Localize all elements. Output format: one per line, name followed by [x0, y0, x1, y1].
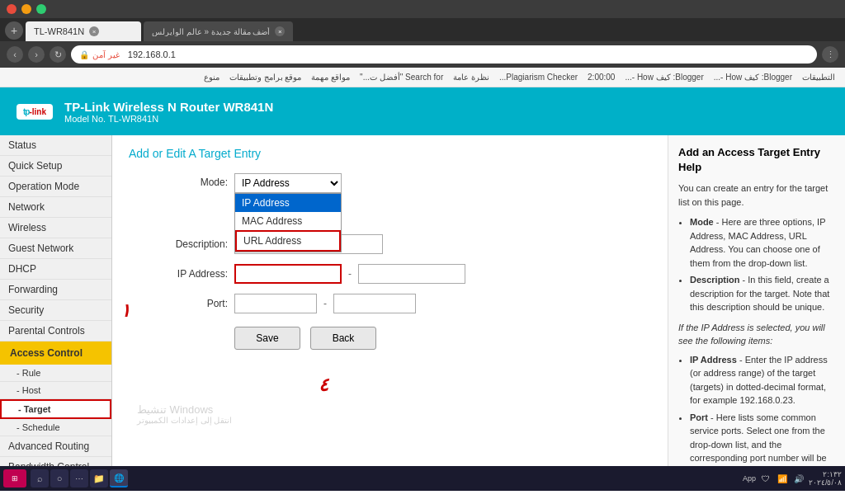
bookmark-search[interactable]: Search for "أفضل ت..." — [356, 71, 446, 83]
taskbar: ⊞ ⌕ ○ ⋯ 📁 🌐 ٢:١٣٢ ٢٠٢٤/٥/٠٨ 🔊 📶 🛡 App — [0, 466, 845, 491]
sidebar-item-status[interactable]: Status — [0, 135, 111, 156]
tab-router-label: TL-WR841N — [34, 26, 84, 36]
address-bar: ‹ › ↻ 🔒 غير آمن 192.168.0.1 ⋮ — [0, 41, 845, 68]
bookmarks-bar: التطبيقات Blogger: كيف How -... Blogger:… — [0, 68, 845, 87]
description-label: Description: — [129, 238, 228, 250]
taskbar-app-label: App — [743, 474, 756, 483]
help-port: Port - Here lists some common service po… — [690, 411, 835, 466]
mode-select[interactable]: IP Address MAC Address URL Address — [234, 173, 342, 193]
router-logo: tp -link — [17, 104, 53, 120]
address-input[interactable]: 🔒 غير آمن 192.168.0.1 — [71, 45, 817, 64]
lock-label: غير آمن — [92, 50, 120, 59]
sidebar-item-bandwidth-control[interactable]: Bandwidth Control — [0, 457, 111, 466]
taskbar-icon-cortana[interactable]: ○ — [50, 469, 68, 488]
port-label: Port: — [129, 298, 228, 309]
windows-watermark: تنشيط Windows انتقل إلى إعدادات الكمبيوت… — [137, 403, 232, 425]
save-button[interactable]: Save — [234, 327, 300, 350]
router-header: tp -link TP-Link Wireless N Router WR841… — [0, 87, 845, 135]
start-btn[interactable]: ⊞ — [3, 469, 26, 488]
back-button[interactable]: Back — [310, 327, 376, 350]
back-btn[interactable]: ‹ — [7, 46, 23, 63]
sidebar-item-dhcp[interactable]: DHCP — [0, 259, 111, 280]
sidebar-item-network[interactable]: Network — [0, 197, 111, 218]
router-body: Status Quick Setup Operation Mode Networ… — [0, 135, 845, 466]
router-title-block: TP-Link Wireless N Router WR841N Model N… — [64, 100, 273, 124]
bookmark-software[interactable]: موقع برامج وتطبيقات — [226, 71, 305, 83]
browser-tabs-bar: + TL-WR841N × أضف مقالة جديدة « عالم الو… — [0, 18, 845, 41]
sidebar-item-operation-mode[interactable]: Operation Mode — [0, 177, 111, 197]
ip-dash: - — [348, 268, 352, 280]
taskbar-date: ٢٠٢٤/٥/٠٨ — [809, 478, 842, 487]
main-content: ١ Add or Edit A Target Entry ٣ Mode: IP … — [112, 135, 668, 466]
dropdown-open: IP Address MAC Address URL Address — [234, 193, 342, 252]
taskbar-icon-apps[interactable]: ⋯ — [70, 469, 88, 488]
router-subtitle: Model No. TL-WR841N — [64, 114, 273, 124]
help-item-mode: Mode - Here are three options, IP Addres… — [690, 215, 835, 270]
tab-router-close[interactable]: × — [89, 26, 99, 36]
sidebar-item-forwarding[interactable]: Forwarding — [0, 280, 111, 300]
sidebar-item-access-control[interactable]: Access Control — [0, 341, 111, 365]
sidebar-item-security[interactable]: Security — [0, 300, 111, 321]
sidebar-item-schedule[interactable]: - Schedule — [0, 419, 111, 436]
form-row-ip: IP Address: - — [129, 264, 651, 284]
sidebar-item-quick-setup[interactable]: Quick Setup — [0, 156, 111, 177]
win-btn-green[interactable] — [36, 4, 46, 14]
form-buttons: Save Back — [234, 327, 651, 350]
bookmark-blogger1[interactable]: Blogger: كيف How -... — [710, 71, 795, 83]
router-title: TP-Link Wireless N Router WR841N — [64, 100, 273, 114]
taskbar-time: ٢:١٣٢ — [809, 470, 842, 478]
help-ip-address: IP Address - Enter the IP address (or ad… — [690, 353, 835, 407]
router-ui: tp -link TP-Link Wireless N Router WR841… — [0, 87, 845, 466]
form-row-description: Description: — [129, 234, 651, 254]
taskbar-icon-explorer[interactable]: 📁 — [90, 469, 108, 488]
sidebar-item-guest-network[interactable]: Guest Network — [0, 238, 111, 259]
dropdown-option-url[interactable]: URL Address — [235, 230, 341, 252]
port-input-start[interactable] — [234, 294, 317, 313]
sidebar-item-wireless[interactable]: Wireless — [0, 218, 111, 238]
taskbar-icon-search[interactable]: ⌕ — [31, 469, 49, 488]
refresh-btn[interactable]: ↻ — [50, 46, 66, 63]
forward-btn[interactable]: › — [28, 46, 45, 63]
dropdown-option-ip[interactable]: IP Address — [235, 194, 341, 212]
tray-network-icon[interactable]: 📶 — [776, 472, 789, 485]
logo-link: -link — [29, 107, 46, 116]
sidebar-item-rule[interactable]: - Rule — [0, 365, 111, 382]
tab-router[interactable]: TL-WR841N × — [26, 21, 141, 41]
sidebar-item-parental-controls[interactable]: Parental Controls — [0, 321, 111, 341]
help-main-list: Mode - Here are three options, IP Addres… — [678, 215, 835, 314]
bookmark-important[interactable]: مواقع مهمة — [308, 71, 353, 83]
bookmark-plagiarism[interactable]: Plagiarism Checker... — [496, 71, 581, 83]
help-ip-section: If the IP Address is selected, you will … — [678, 321, 835, 348]
mode-label: Mode: — [129, 173, 228, 188]
page-title: Add or Edit A Target Entry — [129, 147, 651, 160]
annotation-4: ٤ — [319, 374, 328, 396]
lock-icon: 🔒 — [79, 50, 89, 59]
port-dash: - — [323, 298, 327, 309]
dropdown-option-mac[interactable]: MAC Address — [235, 212, 341, 230]
win-btn-yellow[interactable] — [21, 4, 31, 14]
taskbar-icon-browser[interactable]: 🌐 — [110, 469, 128, 488]
port-input-end[interactable] — [333, 294, 416, 313]
tab-arabic[interactable]: أضف مقالة جديدة « عالم الوايرلس × — [144, 21, 293, 41]
form-row-mode: Mode: IP Address MAC Address URL Address… — [129, 173, 651, 193]
bookmark-apps[interactable]: التطبيقات — [799, 71, 838, 83]
sidebar-item-host[interactable]: - Host — [0, 382, 111, 399]
bookmark-overview[interactable]: نظرة عامة — [450, 71, 493, 83]
ip-input-end[interactable] — [358, 264, 465, 284]
help-item-description: Description - In this field, create a de… — [690, 273, 835, 314]
help-intro: You can create an entry for the target l… — [678, 181, 835, 209]
tray-speaker-icon[interactable]: 🔊 — [792, 472, 805, 485]
bookmark-blogger2[interactable]: Blogger: كيف How -... — [621, 71, 706, 83]
ip-input-start[interactable] — [234, 264, 342, 284]
form-row-port: Port: - — [129, 294, 651, 313]
settings-btn[interactable]: ⋮ — [822, 46, 838, 63]
tab-new-btn[interactable]: + — [5, 21, 23, 40]
win-btn-red[interactable] — [7, 4, 17, 14]
bookmark-misc[interactable]: منوع — [201, 71, 223, 83]
tray-security-icon[interactable]: 🛡 — [759, 472, 772, 485]
sidebar-item-target[interactable]: - Target — [0, 399, 111, 419]
sidebar-item-advanced-routing[interactable]: Advanced Routing — [0, 436, 111, 457]
address-text: 192.168.0.1 — [128, 49, 176, 59]
tab-arabic-close[interactable]: × — [275, 26, 285, 36]
bookmark-time[interactable]: 2:00:00 — [584, 71, 618, 83]
